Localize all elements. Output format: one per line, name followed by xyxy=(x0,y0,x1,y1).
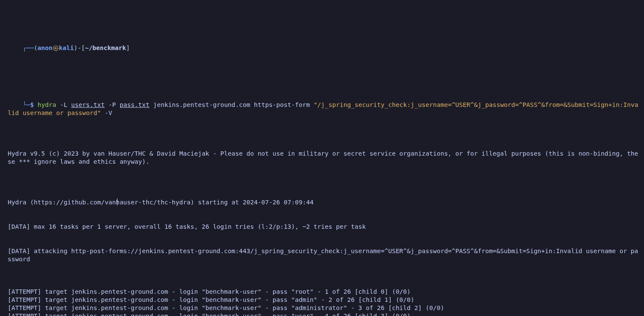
shell-prompt-line-2: └─$ hydra -L users.txt -P pass.txt jenki… xyxy=(8,93,640,125)
prompt-close-bracket: ] xyxy=(126,44,130,51)
output-data-attacking: [DATA] attacking http-post-forms://jenki… xyxy=(8,247,640,263)
prompt-user: anon xyxy=(38,44,53,51)
output-attempt-line: [ATTEMPT] target jenkins.pentest-ground.… xyxy=(8,288,640,296)
command-arg-P: -P xyxy=(105,101,120,108)
prompt-host: kali xyxy=(59,44,74,51)
text-cursor xyxy=(117,198,118,206)
terminal[interactable]: ┌──(anon㉿kali)-[~/benckmark] └─$ hydra -… xyxy=(0,0,644,316)
prompt-corner-bottom: └─ xyxy=(23,101,30,108)
output-start: Hydra (https://github.com/vanhauser-thc/… xyxy=(8,198,640,207)
command-arg-V: -V xyxy=(101,109,112,116)
output-attempt-line: [ATTEMPT] target jenkins.pentest-ground.… xyxy=(8,312,640,316)
command-arg-L: -L xyxy=(56,101,71,108)
command-file-pass: pass.txt xyxy=(120,101,150,108)
output-attempt-line: [ATTEMPT] target jenkins.pentest-ground.… xyxy=(8,296,640,304)
prompt-at-glyph: ㉿ xyxy=(53,44,59,51)
command-arg-target: jenkins.pentest-ground.com https-post-fo… xyxy=(150,101,314,108)
prompt-cwd: ~/benckmark xyxy=(85,44,126,51)
prompt-corner-top: ┌── xyxy=(23,44,34,51)
shell-prompt-line-1: ┌──(anon㉿kali)-[~/benckmark] xyxy=(8,36,640,60)
output-attempt-line: [ATTEMPT] target jenkins.pentest-ground.… xyxy=(8,304,640,312)
output-data-tasks: [DATA] max 16 tasks per 1 server, overal… xyxy=(8,223,640,231)
command-file-users: users.txt xyxy=(71,101,105,108)
prompt-open-paren: ( xyxy=(34,44,38,51)
prompt-sep: -[ xyxy=(77,44,85,51)
output-banner: Hydra v9.5 (c) 2023 by van Hauser/THC & … xyxy=(8,150,640,166)
command-name: hydra xyxy=(38,101,56,108)
prompt-symbol: $ xyxy=(30,101,34,108)
